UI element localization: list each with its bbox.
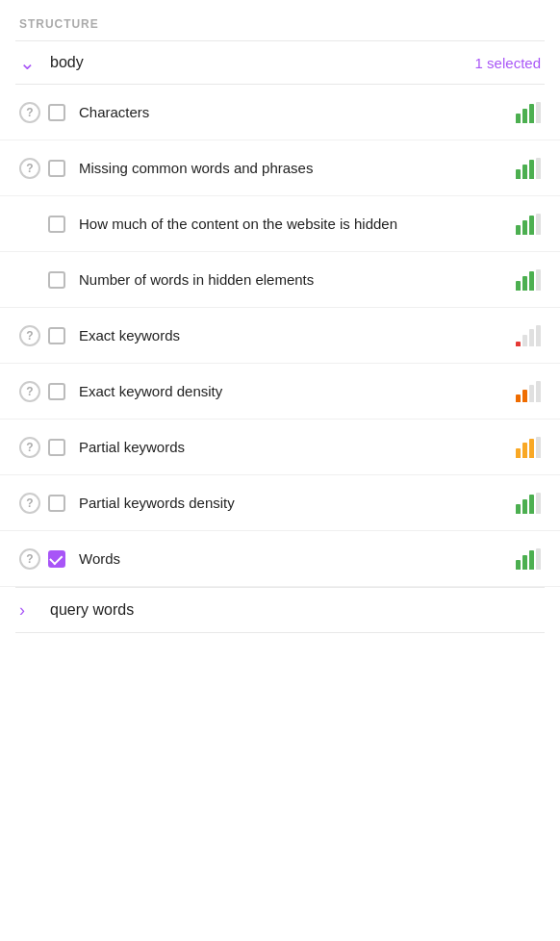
checkbox-partial-keywords-density[interactable]	[48, 495, 65, 512]
body-expand-icon[interactable]: ⌄	[19, 53, 46, 72]
bar-chart-icon	[516, 325, 541, 346]
item-label: Characters	[79, 103, 506, 122]
list-item: ?Partial keywords	[0, 420, 560, 475]
checkbox-characters[interactable]	[48, 104, 65, 121]
help-icon[interactable]: ?	[19, 102, 40, 123]
bar-chart-icon	[516, 214, 541, 235]
section-label: STRUCTURE	[19, 17, 99, 31]
body-row[interactable]: ⌄ body 1 selected	[0, 41, 560, 84]
list-item: ?Words	[0, 531, 560, 587]
item-label: Partial keywords density	[79, 494, 506, 513]
list-item: ?Characters	[0, 85, 560, 140]
checkbox-exact-keyword-density[interactable]	[48, 383, 65, 400]
help-icon[interactable]: ?	[19, 437, 40, 458]
query-label: query words	[46, 601, 134, 619]
bar-chart-icon	[516, 158, 541, 179]
help-icon[interactable]: ?	[19, 325, 40, 346]
list-item: ?Exact keywords	[0, 308, 560, 364]
checkbox-exact-keywords[interactable]	[48, 327, 65, 344]
query-expand-icon[interactable]: ›	[19, 601, 46, 619]
query-row[interactable]: › query words	[0, 588, 560, 632]
item-label: Missing common words and phrases	[79, 159, 506, 178]
checkbox-hidden-content[interactable]	[48, 216, 65, 233]
chevron-down-icon: ⌄	[19, 53, 36, 72]
selected-badge: 1 selected	[475, 55, 541, 71]
help-icon[interactable]: ?	[19, 493, 40, 514]
checkbox-partial-keywords[interactable]	[48, 439, 65, 456]
checkbox-missing-common-words[interactable]	[48, 160, 65, 177]
help-icon[interactable]: ?	[19, 381, 40, 402]
bar-chart-icon	[516, 102, 541, 123]
item-label: Words	[79, 549, 506, 569]
bar-chart-icon	[516, 493, 541, 514]
bar-chart-icon	[516, 437, 541, 458]
item-label: Number of words in hidden elements	[79, 270, 506, 290]
items-list: ?Characters?Missing common words and phr…	[0, 85, 560, 587]
list-item: ?Number of words in hidden elements	[0, 252, 560, 308]
item-label: How much of the content on the website i…	[79, 215, 506, 234]
list-item: ?Exact keyword density	[0, 364, 560, 420]
bar-chart-icon	[516, 269, 541, 291]
list-item: ?Partial keywords density	[0, 475, 560, 531]
help-icon[interactable]: ?	[19, 548, 40, 570]
list-item: ?How much of the content on the website …	[0, 196, 560, 252]
chevron-right-icon: ›	[19, 601, 25, 619]
body-label: body	[46, 54, 475, 71]
bar-chart-icon	[516, 381, 541, 402]
item-label: Exact keywords	[79, 326, 506, 345]
checkbox-words[interactable]	[48, 550, 65, 568]
list-item: ?Missing common words and phrases	[0, 140, 560, 196]
bottom-divider	[15, 632, 545, 633]
checkbox-hidden-elements-words[interactable]	[48, 271, 65, 289]
help-icon[interactable]: ?	[19, 158, 40, 179]
item-label: Exact keyword density	[79, 382, 506, 401]
bar-chart-icon	[516, 548, 541, 570]
section-header: STRUCTURE	[0, 0, 560, 40]
item-label: Partial keywords	[79, 438, 506, 457]
